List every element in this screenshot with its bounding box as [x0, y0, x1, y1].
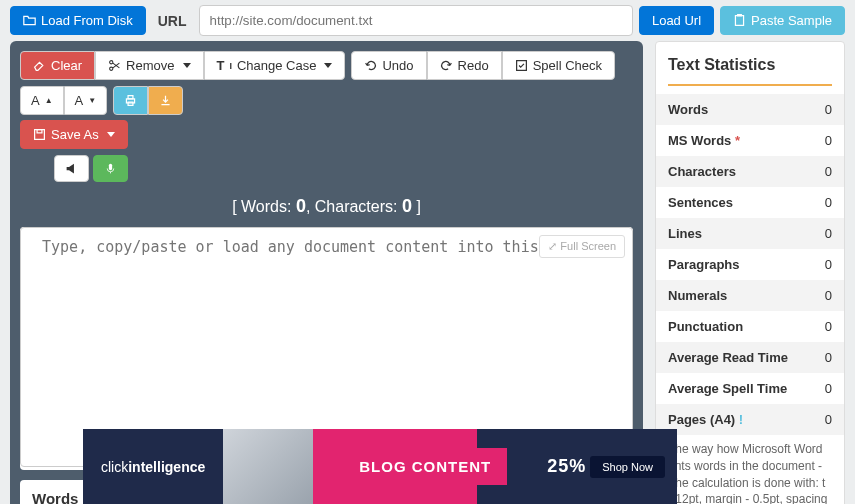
stat-value: 0	[825, 288, 832, 303]
stat-value: 0	[825, 381, 832, 396]
stat-row: Punctuation0	[656, 311, 844, 342]
mic-icon	[104, 162, 117, 175]
chevron-down-icon	[324, 63, 332, 68]
stat-row: Average Read Time0	[656, 342, 844, 373]
save-as-dropdown[interactable]: Save As	[20, 120, 128, 149]
url-input[interactable]	[199, 5, 633, 36]
stats-mid: , Characters:	[306, 198, 402, 215]
stat-label: Punctuation	[668, 319, 743, 334]
remove-dropdown[interactable]: Remove	[95, 51, 203, 80]
ad-banner[interactable]: AdChoices clickintelligence BLOG CONTENT…	[83, 429, 677, 504]
stat-label: Average Read Time	[668, 350, 788, 365]
folder-open-icon	[23, 14, 36, 27]
svg-rect-7	[128, 102, 133, 105]
stat-value: 0	[825, 226, 832, 241]
load-url-button[interactable]: Load Url	[639, 6, 714, 35]
stat-value: 0	[825, 412, 832, 427]
char-count: 0	[402, 196, 412, 216]
stat-label: Average Spell Time	[668, 381, 787, 396]
stat-value: 0	[825, 133, 832, 148]
download-icon	[159, 94, 172, 107]
ad-content: BLOG CONTENT 25% OFF Shop Now	[313, 429, 677, 504]
stat-value: 0	[825, 164, 832, 179]
redo-button[interactable]: Redo	[427, 51, 502, 80]
spell-check-button[interactable]: Spell Check	[502, 51, 615, 80]
stat-row: Numerals0	[656, 280, 844, 311]
scissors-icon	[108, 59, 121, 72]
sidebar-footnote: The way how Microsoft Word unts words in…	[656, 435, 844, 504]
star-icon: *	[731, 133, 740, 148]
undo-button[interactable]: Undo	[351, 51, 426, 80]
stat-row: Sentences0	[656, 187, 844, 218]
undo-label: Undo	[382, 58, 413, 73]
svg-rect-8	[35, 130, 45, 140]
svg-rect-10	[109, 164, 112, 171]
chevron-down-icon	[107, 132, 115, 137]
stat-row: Characters0	[656, 156, 844, 187]
svg-point-2	[110, 61, 113, 64]
stat-value: 0	[825, 102, 832, 117]
stat-row: Words0	[656, 94, 844, 125]
sidebar-divider	[668, 84, 832, 86]
stat-label: Pages (A4) !	[668, 412, 743, 427]
undo-icon	[364, 59, 377, 72]
stats-prefix: [ Words:	[232, 198, 296, 215]
svg-rect-9	[37, 130, 42, 133]
svg-rect-6	[128, 96, 133, 99]
stat-label: Numerals	[668, 288, 727, 303]
ad-logo: clickintelligence	[83, 459, 223, 475]
print-button[interactable]	[113, 86, 148, 115]
fullscreen-label: Full Screen	[560, 240, 616, 252]
stat-rows: Words0MS Words *0Characters0Sentences0Li…	[656, 94, 844, 435]
mic-button[interactable]	[93, 155, 128, 182]
stat-value: 0	[825, 195, 832, 210]
shop-now-button[interactable]: Shop Now	[590, 456, 665, 478]
ad-text-1: BLOG CONTENT	[343, 448, 507, 485]
stat-row: MS Words *0	[656, 125, 844, 156]
announce-button[interactable]	[54, 155, 89, 182]
paste-sample-label: Paste Sample	[751, 13, 832, 28]
stats-line: [ Words: 0, Characters: 0 ]	[20, 196, 633, 217]
toolbar-right: Save As	[20, 120, 128, 182]
chevron-down-icon	[183, 63, 191, 68]
load-from-disk-button[interactable]: Load From Disk	[10, 6, 146, 35]
stat-row: Average Spell Time0	[656, 373, 844, 404]
url-label: URL	[158, 13, 187, 29]
eraser-icon	[33, 59, 46, 72]
load-disk-label: Load From Disk	[41, 13, 133, 28]
svg-rect-1	[737, 14, 742, 16]
toolbar-left: Clear Remove TI Change Case	[20, 51, 633, 115]
paste-sample-button[interactable]: Paste Sample	[720, 6, 845, 35]
stat-row: Paragraphs0	[656, 249, 844, 280]
check-icon	[515, 59, 528, 72]
stat-label: Paragraphs	[668, 257, 740, 272]
stat-value: 0	[825, 350, 832, 365]
toolbar: Clear Remove TI Change Case	[20, 51, 633, 182]
expand-icon: ⤢	[548, 240, 557, 252]
info-icon: !	[735, 412, 743, 427]
redo-label: Redo	[458, 58, 489, 73]
download-button[interactable]	[148, 86, 183, 115]
sidebar-title: Text Statistics	[656, 52, 844, 84]
clear-button[interactable]: Clear	[20, 51, 95, 80]
svg-rect-0	[736, 16, 744, 26]
font-decrease-button[interactable]: A▼	[64, 86, 108, 115]
svg-point-3	[110, 67, 113, 70]
fullscreen-button[interactable]: ⤢ Full Screen	[539, 235, 625, 258]
stat-label: Characters	[668, 164, 736, 179]
bullhorn-icon	[65, 162, 78, 175]
stat-label: MS Words *	[668, 133, 740, 148]
top-bar: Load From Disk URL Load Url Paste Sample	[0, 0, 855, 41]
stat-value: 0	[825, 257, 832, 272]
stat-label: Sentences	[668, 195, 733, 210]
redo-icon	[440, 59, 453, 72]
ad-image	[223, 429, 313, 504]
save-as-label: Save As	[51, 127, 99, 142]
save-icon	[33, 128, 46, 141]
stat-label: Lines	[668, 226, 702, 241]
change-case-dropdown[interactable]: TI Change Case	[204, 51, 346, 80]
paste-icon	[733, 14, 746, 27]
remove-label: Remove	[126, 58, 174, 73]
change-case-label: Change Case	[237, 58, 317, 73]
font-increase-button[interactable]: A▲	[20, 86, 64, 115]
